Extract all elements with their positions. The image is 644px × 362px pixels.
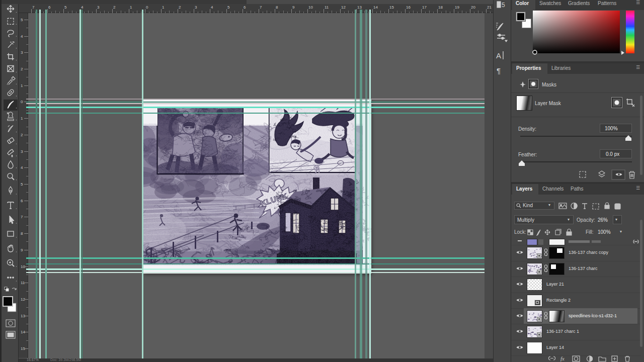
svg-text:A: A (496, 51, 501, 60)
svg-text:¶: ¶ (497, 66, 501, 75)
svg-text:5: 5 (502, 2, 505, 9)
svg-text:fx: fx (560, 355, 565, 361)
